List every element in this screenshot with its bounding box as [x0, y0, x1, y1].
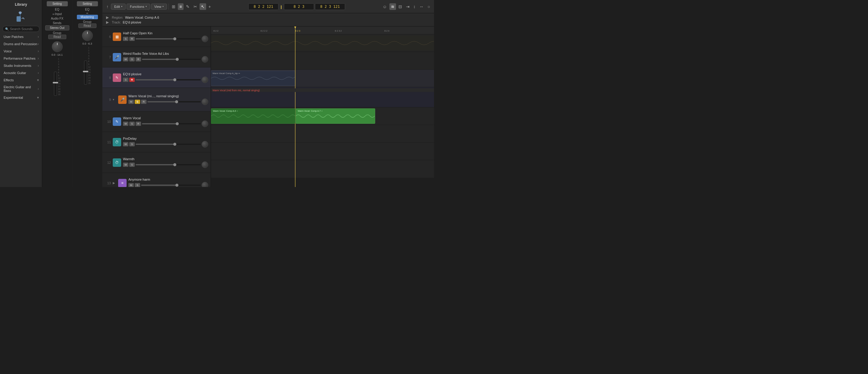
fader-knob[interactable]	[173, 37, 176, 40]
library-nav-item[interactable]: Studio Instruments›	[0, 62, 42, 69]
grid-view-btn[interactable]: ⊞	[170, 3, 177, 10]
fader-knob[interactable]	[173, 163, 176, 166]
functions-btn[interactable]: Functions ▾	[127, 4, 150, 10]
library-nav-item[interactable]: User Patches›	[0, 33, 42, 40]
record-btn[interactable]: R	[141, 100, 147, 104]
track-row[interactable]: 11 ⏱ PreDelay M S	[102, 132, 211, 152]
library-nav-item[interactable]: Electric Guitar and Bass›	[0, 84, 42, 94]
circle-btn[interactable]: ○	[426, 3, 432, 10]
setting-btn-2[interactable]: Setting	[77, 1, 98, 6]
solo-btn[interactable]: S	[123, 78, 128, 82]
fader-scale-1: 12345 69121518 21243035	[58, 58, 61, 96]
volume-knob-2[interactable]	[82, 30, 93, 41]
track-fader[interactable]	[142, 59, 201, 60]
track-fader[interactable]	[135, 79, 201, 80]
pencil-tool-btn[interactable]: ✎	[184, 3, 191, 10]
track-row[interactable]: 6 ▦ Half Capo Open Kin S R	[102, 27, 211, 47]
read-btn-2[interactable]: Read	[79, 24, 96, 28]
track-expand-btn[interactable]: ▶	[105, 20, 110, 25]
cursor-btn[interactable]: ↖	[199, 3, 206, 10]
fader-thumb-1[interactable]	[53, 82, 58, 83]
track-fader[interactable]	[135, 38, 201, 39]
library-nav-item[interactable]: Experimental▾	[0, 94, 42, 101]
right-area: ↑ Edit ▾ Functions ▾ View ▾ ⊞ ≡ ✎ ✂ ↖	[102, 0, 434, 187]
vol-knob[interactable]	[202, 36, 208, 42]
region-expand-btn[interactable]: ▶	[105, 15, 110, 20]
track-expand-btn[interactable]: ▾	[113, 98, 116, 101]
library-nav-item[interactable]: Effects▾	[0, 76, 42, 84]
solo-btn[interactable]: S	[129, 57, 135, 61]
library-nav-item[interactable]: Performance Patches›	[0, 55, 42, 62]
vol-knob[interactable]	[202, 56, 208, 63]
vol-knob[interactable]	[202, 182, 208, 187]
arrows-btn[interactable]: ↔	[418, 3, 425, 10]
mute-btn[interactable]: M	[123, 122, 128, 126]
mastering-btn[interactable]: Mastering	[77, 15, 98, 19]
fader-knob[interactable]	[173, 143, 176, 146]
add-btn[interactable]: +	[207, 3, 213, 10]
search-input[interactable]	[10, 27, 37, 31]
align-btn[interactable]: ⊟	[397, 3, 404, 10]
mute-btn[interactable]: M	[123, 142, 128, 146]
emoji-btn[interactable]: ☺	[381, 3, 388, 10]
solo-btn[interactable]: S	[129, 142, 135, 146]
vol-knob[interactable]	[202, 141, 208, 147]
solo-btn[interactable]: S	[129, 122, 135, 126]
mute-btn[interactable]: M	[123, 163, 128, 167]
solo-btn[interactable]: S	[123, 37, 128, 41]
record-btn[interactable]: R	[135, 122, 141, 126]
read-btn-1[interactable]: Read	[48, 35, 66, 39]
library-search[interactable]: 🔍	[2, 26, 39, 32]
solo-btn[interactable]: S	[135, 100, 140, 104]
volume-knob-1[interactable]	[52, 41, 63, 52]
track-row[interactable]: 8 ✎ EQ'd plosive S R	[102, 67, 211, 88]
vol-knob[interactable]	[202, 99, 208, 105]
library-nav-item[interactable]: Acoustic Guitar›	[0, 69, 42, 76]
record-btn[interactable]: R	[129, 78, 135, 82]
track-fader[interactable]	[147, 101, 201, 102]
track-fader[interactable]	[135, 144, 201, 145]
list-view-btn[interactable]: ≡	[178, 3, 183, 10]
fader-fill	[135, 164, 175, 165]
skip-btn[interactable]: ⇥	[404, 3, 411, 10]
library-nav-item[interactable]: Drums and Percussion›	[0, 40, 42, 47]
fader-knob[interactable]	[176, 58, 179, 61]
track-fader[interactable]	[141, 184, 201, 186]
fader-knob[interactable]	[176, 122, 179, 125]
track-fader[interactable]	[142, 123, 201, 124]
mute-btn[interactable]: M	[123, 57, 128, 61]
timeline-scroll[interactable]: Warm Vocal/ Comp A_bip ∞ Warm Vocal (mid…	[211, 27, 434, 187]
fader-knob[interactable]	[173, 78, 176, 81]
setting-btn-1[interactable]: Setting	[47, 1, 68, 6]
svg-rect-21	[211, 36, 434, 50]
record-btn[interactable]: R	[129, 37, 135, 41]
view-btn[interactable]: View ▾	[151, 4, 167, 10]
vol-knob[interactable]	[202, 76, 208, 83]
vol-knob[interactable]	[202, 121, 208, 127]
scissors-tool-btn[interactable]: ✂	[192, 3, 198, 10]
mute-btn[interactable]: M	[128, 183, 134, 187]
vol-knob[interactable]	[202, 161, 208, 168]
track-row[interactable]: 13 ▶ ≋ Anymore harm M S	[102, 173, 211, 187]
fader-knob[interactable]	[176, 184, 179, 187]
mute-btn[interactable]: M	[128, 100, 134, 104]
track-row[interactable]: 9 ▾ 🎤 Warm Vocal (mi..., normal singing)…	[102, 88, 211, 111]
track-fader[interactable]	[135, 164, 201, 165]
track-row[interactable]: 7 🎤 Weird Radio Tele Voice Ad Libs M S R	[102, 47, 211, 67]
track-buttons: S R	[123, 76, 208, 83]
track-row[interactable]: 10 ✎ Warm Vocal M S R	[102, 111, 211, 132]
solo-btn[interactable]: S	[129, 163, 135, 167]
fader-thumb-2[interactable]	[83, 71, 88, 72]
track-expand-btn[interactable]: ▶	[113, 181, 116, 184]
library-nav-item[interactable]: Voice›	[0, 47, 42, 55]
solo-btn[interactable]: S	[135, 183, 140, 187]
edit-btn[interactable]: Edit ▾	[111, 4, 126, 10]
up-arrow-btn[interactable]: ↑	[105, 3, 110, 10]
updown-btn[interactable]: ↕	[412, 3, 417, 10]
track-row[interactable]: 12 ⏱ Warmth M S	[102, 152, 211, 173]
fader-knob[interactable]	[175, 100, 178, 103]
waveform-btn[interactable]: ≋	[390, 3, 396, 10]
fader-track-1[interactable]	[54, 72, 57, 96]
fader-track-2[interactable]	[84, 61, 87, 84]
record-btn[interactable]: R	[135, 57, 141, 61]
